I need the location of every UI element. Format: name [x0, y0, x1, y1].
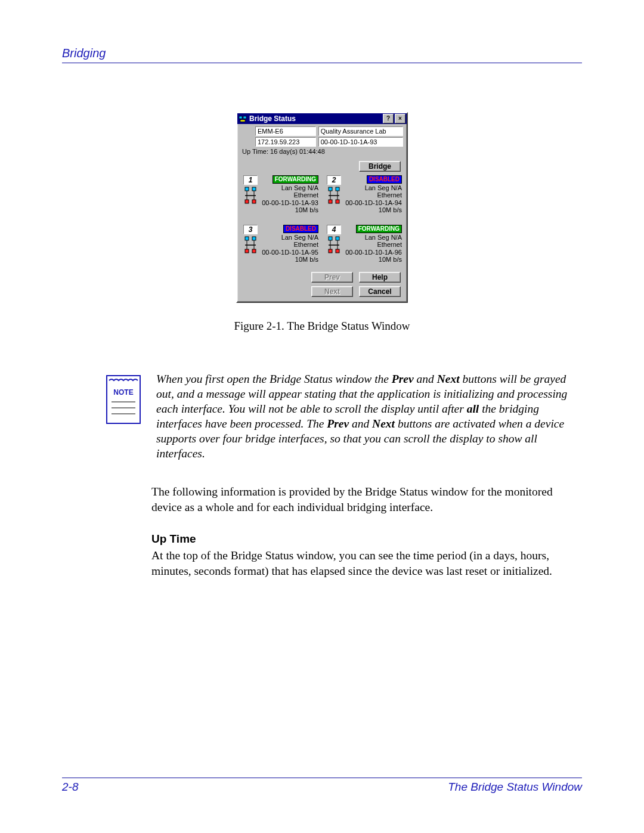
- svg-rect-34: [329, 237, 332, 240]
- svg-rect-29: [245, 249, 249, 253]
- port-panel[interactable]: 3 DISABLED Lan Seg N/A: [242, 225, 318, 264]
- svg-text:NOTE: NOTE: [113, 388, 133, 397]
- network-icon: [243, 236, 258, 255]
- device-name-field: EMM-E6: [255, 126, 316, 136]
- next-button[interactable]: Next: [311, 286, 353, 297]
- port-type: Ethernet: [293, 241, 318, 249]
- page-number: 2-8: [62, 781, 78, 794]
- port-lanseg: Lan Seg N/A: [365, 184, 402, 192]
- svg-rect-7: [245, 187, 249, 191]
- status-badge: DISABLED: [367, 175, 402, 184]
- svg-rect-31: [252, 249, 256, 253]
- port-mac: 00-00-1D-10-1A-93: [262, 199, 318, 207]
- svg-rect-9: [252, 187, 256, 191]
- svg-rect-18: [336, 187, 339, 191]
- status-badge: DISABLED: [283, 225, 318, 233]
- body-paragraph: At the top of the Bridge Status window, …: [151, 548, 582, 578]
- figure-caption: Figure 2-1. The Bridge Status Window: [234, 320, 410, 333]
- section-title: Bridging: [62, 47, 106, 60]
- port-mac: 00-00-1D-10-1A-96: [345, 249, 402, 256]
- note-block: NOTE When you first open the Bridge Stat…: [104, 372, 582, 462]
- status-badge: FORWARDING: [356, 225, 402, 233]
- titlebar[interactable]: Bridge Status ? ×: [237, 113, 407, 124]
- port-panel[interactable]: 2 DISABLED Lan Seg N/A: [326, 175, 402, 214]
- svg-rect-41: [107, 376, 140, 423]
- svg-rect-38: [329, 249, 332, 253]
- app-icon: [239, 114, 247, 123]
- svg-rect-11: [245, 200, 249, 203]
- ports-grid: 1 FORWARDING Lan Seg N/A: [241, 175, 403, 264]
- help-icon[interactable]: ?: [383, 114, 394, 123]
- port-type: Ethernet: [377, 241, 402, 249]
- status-badge: FORWARDING: [273, 175, 318, 184]
- svg-rect-1: [243, 116, 246, 119]
- port-type: Ethernet: [377, 191, 402, 199]
- footer-title: The Bridge Status Window: [448, 781, 582, 794]
- help-button[interactable]: Help: [359, 272, 401, 283]
- port-type: Ethernet: [293, 191, 318, 199]
- svg-rect-40: [336, 249, 339, 253]
- svg-rect-25: [245, 237, 249, 240]
- port-speed: 10M b/s: [379, 256, 402, 264]
- port-number: 2: [327, 175, 341, 185]
- uptime-label: Up Time: 16 day(s) 01:44:48: [242, 148, 403, 155]
- svg-rect-20: [329, 200, 332, 203]
- network-icon: [326, 236, 342, 255]
- port-lanseg: Lan Seg N/A: [365, 234, 402, 241]
- network-icon: [326, 186, 342, 205]
- port-panel[interactable]: 4 FORWARDING Lan Seg N/A: [326, 225, 402, 264]
- svg-rect-27: [252, 237, 256, 240]
- prev-button[interactable]: Prev: [311, 272, 353, 283]
- port-mac: 00-00-1D-10-1A-94: [345, 199, 402, 207]
- svg-rect-36: [336, 237, 339, 240]
- network-icon: [243, 186, 258, 205]
- port-number: 1: [243, 175, 258, 185]
- svg-rect-16: [329, 187, 332, 191]
- port-lanseg: Lan Seg N/A: [281, 184, 318, 192]
- page-footer: 2-8 The Bridge Status Window: [62, 778, 582, 794]
- figure: Bridge Status ? × EMM-E6 Quality Assuran…: [62, 112, 582, 333]
- note-icon: NOTE: [104, 372, 143, 462]
- location-field: Quality Assurance Lab: [318, 126, 403, 136]
- port-speed: 10M b/s: [295, 256, 318, 264]
- port-lanseg: Lan Seg N/A: [281, 234, 318, 241]
- bridge-button[interactable]: Bridge: [359, 161, 401, 172]
- port-mac: 00-00-1D-10-1A-95: [262, 249, 318, 256]
- close-icon[interactable]: ×: [395, 114, 405, 123]
- svg-rect-0: [239, 116, 242, 119]
- port-speed: 10M b/s: [295, 206, 318, 214]
- svg-rect-2: [240, 120, 245, 122]
- port-number: 3: [243, 225, 258, 234]
- note-text: When you first open the Bridge Status wi…: [156, 372, 582, 462]
- bridge-status-dialog: Bridge Status ? × EMM-E6 Quality Assuran…: [236, 112, 408, 303]
- section-heading-uptime: Up Time: [151, 532, 582, 546]
- port-panel[interactable]: 1 FORWARDING Lan Seg N/A: [242, 175, 318, 214]
- port-number: 4: [327, 225, 341, 234]
- cancel-button[interactable]: Cancel: [359, 286, 401, 297]
- window-title: Bridge Status: [249, 114, 296, 123]
- ip-field: 172.19.59.223: [255, 137, 316, 147]
- svg-rect-22: [336, 200, 339, 203]
- mac-field: 00-00-1D-10-1A-93: [318, 137, 403, 147]
- port-speed: 10M b/s: [379, 206, 402, 214]
- svg-rect-13: [252, 200, 256, 203]
- page-header: Bridging: [62, 47, 582, 63]
- body-paragraph: The following information is provided by…: [151, 484, 582, 515]
